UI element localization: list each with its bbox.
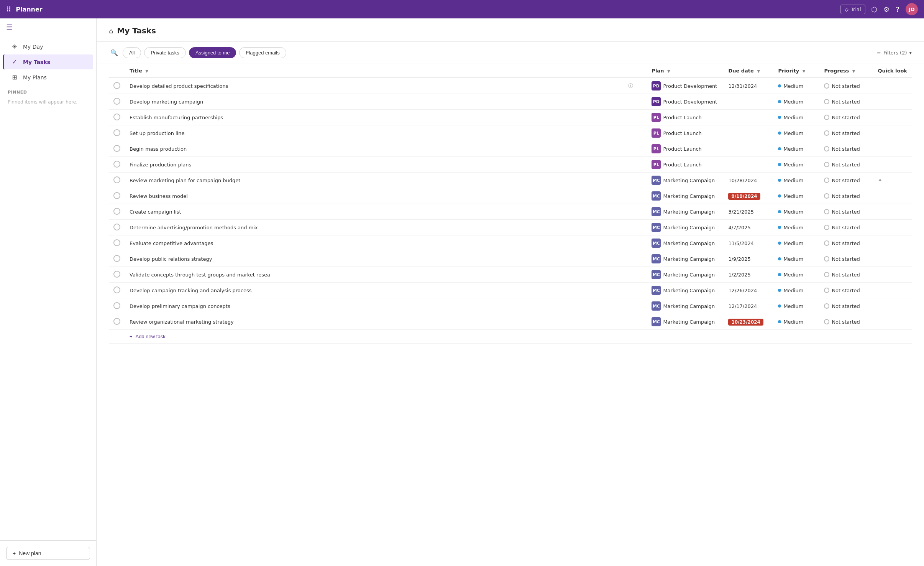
plan-label: Product Launch — [663, 115, 702, 120]
task-title-cell: Evaluate competitive advantages ⋯ — [125, 235, 647, 251]
plan-badge[interactable]: PD Product Development — [652, 97, 717, 106]
task-checkbox[interactable] — [113, 318, 120, 325]
plan-badge[interactable]: PL Product Launch — [652, 144, 702, 153]
tab-assigned-to-me[interactable]: Assigned to me — [189, 47, 236, 58]
col-header-progress[interactable]: Progress ▼ — [819, 64, 873, 78]
task-title[interactable]: Evaluate competitive advantages — [130, 240, 633, 246]
task-checkbox[interactable] — [113, 98, 120, 105]
app-grid-icon[interactable]: ⠿ — [6, 5, 11, 13]
task-progress-cell: Not started — [819, 94, 873, 110]
plan-badge[interactable]: MC Marketing Campaign — [652, 239, 715, 248]
plan-badge[interactable]: PD Product Development — [652, 81, 717, 90]
task-quick-look-cell — [873, 283, 912, 298]
task-plan-cell: PL Product Launch — [647, 110, 724, 125]
priority-label: Medium — [783, 225, 803, 230]
priority-badge: Medium — [778, 193, 803, 199]
progress-circle-icon — [824, 272, 829, 277]
avatar[interactable]: JD — [906, 3, 918, 15]
col-header-priority[interactable]: Priority ▼ — [773, 64, 819, 78]
info-icon[interactable]: ⓘ — [628, 82, 633, 89]
progress-circle-icon — [824, 178, 829, 183]
plan-badge[interactable]: MC Marketing Campaign — [652, 176, 715, 185]
task-checkbox[interactable] — [113, 114, 120, 120]
table-row: Establish manufacturing partnerships ⋯ P… — [109, 110, 912, 125]
task-title[interactable]: Determine advertising/promotion methods … — [130, 225, 633, 230]
task-title[interactable]: Validate concepts through test groups an… — [130, 272, 633, 278]
plan-badge[interactable]: MC Marketing Campaign — [652, 317, 715, 326]
task-title[interactable]: Create campaign list — [130, 209, 633, 215]
plan-badge[interactable]: MC Marketing Campaign — [652, 191, 715, 201]
task-checkbox[interactable] — [113, 176, 120, 183]
task-priority-cell: Medium — [773, 188, 819, 204]
tab-private-tasks[interactable]: Private tasks — [144, 47, 185, 58]
task-quick-look-cell — [873, 267, 912, 283]
priority-dot-icon — [778, 304, 781, 308]
task-checkbox[interactable] — [113, 286, 120, 293]
task-title[interactable]: Establish manufacturing partnerships — [130, 115, 633, 120]
sidebar-toggle-icon[interactable]: ☰ — [6, 23, 12, 31]
search-icon[interactable]: 🔍 — [109, 48, 120, 58]
task-progress-cell: Not started — [819, 267, 873, 283]
task-checkbox[interactable] — [113, 192, 120, 199]
col-header-plan[interactable]: Plan ▼ — [647, 64, 724, 78]
task-title[interactable]: Develop campaign tracking and analysis p… — [130, 288, 633, 293]
help-icon[interactable]: ? — [896, 5, 899, 13]
progress-label: Not started — [832, 162, 860, 168]
task-title[interactable]: Begin mass production — [130, 146, 633, 152]
task-title[interactable]: Set up production line — [130, 130, 633, 136]
plan-badge[interactable]: MC Marketing Campaign — [652, 223, 715, 232]
plan-label: Marketing Campaign — [663, 193, 715, 199]
task-title[interactable]: Finalize production plans — [130, 162, 633, 168]
task-title[interactable]: Develop detailed product specifications — [130, 83, 625, 89]
task-plan-cell: MC Marketing Campaign — [647, 204, 724, 220]
plan-badge[interactable]: MC Marketing Campaign — [652, 270, 715, 279]
tab-flagged-emails[interactable]: Flagged emails — [239, 47, 286, 58]
plan-badge[interactable]: PL Product Launch — [652, 160, 702, 169]
add-task-cell: + Add new task — [125, 330, 912, 344]
task-checkbox-cell — [109, 94, 125, 110]
new-plan-button[interactable]: + New plan — [6, 547, 90, 560]
settings-icon[interactable]: ⚙ — [883, 5, 890, 13]
plan-badge[interactable]: MC Marketing Campaign — [652, 301, 715, 311]
task-checkbox[interactable] — [113, 82, 120, 89]
task-table-container: Title ▼ Plan ▼ Due date ▼ Priority ▼ — [97, 64, 924, 344]
task-checkbox[interactable] — [113, 145, 120, 152]
task-quick-look-cell — [873, 251, 912, 267]
filters-button[interactable]: ≡ Filters (2) ▾ — [877, 50, 912, 56]
task-checkbox-cell — [109, 220, 125, 235]
task-checkbox[interactable] — [113, 271, 120, 278]
task-checkbox[interactable] — [113, 255, 120, 262]
task-title[interactable]: Develop preliminary campaign concepts — [130, 303, 633, 309]
task-title[interactable]: Develop public relations strategy — [130, 256, 633, 262]
sidebar-item-my-tasks[interactable]: ✓ My Tasks — [3, 54, 93, 69]
plan-badge[interactable]: PL Product Launch — [652, 113, 702, 122]
task-title[interactable]: Review business model — [130, 193, 633, 199]
task-title[interactable]: Develop marketing campaign — [130, 99, 633, 105]
share-icon[interactable]: ⬡ — [871, 5, 878, 13]
task-title[interactable]: Review organizational marketing strategy — [130, 319, 633, 325]
col-header-due-date[interactable]: Due date ▼ — [724, 64, 773, 78]
table-row: Review organizational marketing strategy… — [109, 314, 912, 330]
quick-look-icon[interactable]: ✦ — [878, 177, 882, 183]
task-checkbox[interactable] — [113, 161, 120, 168]
col-header-title[interactable]: Title ▼ — [125, 64, 647, 78]
task-title[interactable]: Review marketing plan for campaign budge… — [130, 178, 633, 183]
plan-badge[interactable]: PL Product Launch — [652, 128, 702, 138]
tab-all[interactable]: All — [123, 47, 141, 58]
task-checkbox[interactable] — [113, 239, 120, 246]
priority-label: Medium — [783, 209, 803, 215]
plan-badge[interactable]: MC Marketing Campaign — [652, 254, 715, 263]
task-checkbox[interactable] — [113, 302, 120, 309]
task-priority-cell: Medium — [773, 157, 819, 173]
table-row: Evaluate competitive advantages ⋯ MC Mar… — [109, 235, 912, 251]
sidebar-item-my-plans[interactable]: ⊞ My Plans — [3, 70, 93, 85]
trial-button[interactable]: ◇ Trial — [840, 5, 865, 14]
plan-badge[interactable]: MC Marketing Campaign — [652, 286, 715, 295]
task-checkbox[interactable] — [113, 129, 120, 136]
task-checkbox[interactable] — [113, 208, 120, 215]
plan-badge[interactable]: MC Marketing Campaign — [652, 207, 715, 216]
priority-dot-icon — [778, 163, 781, 166]
task-checkbox[interactable] — [113, 224, 120, 230]
sidebar-item-my-day[interactable]: ☀ My Day — [3, 39, 93, 54]
add-task-button[interactable]: + Add new task — [130, 334, 166, 339]
